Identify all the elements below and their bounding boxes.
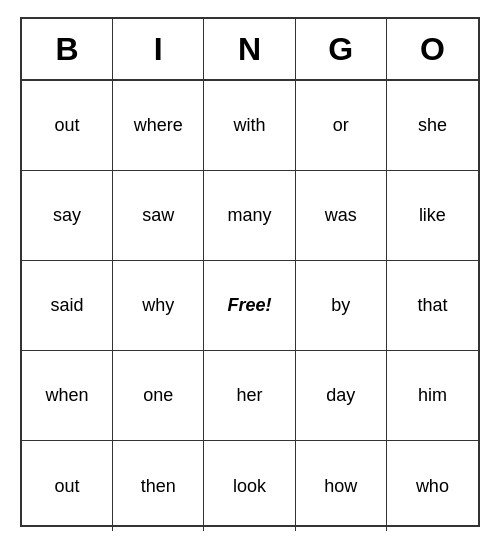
cell-r4-c2: look <box>204 441 295 531</box>
cell-r0-c1: where <box>113 81 204 171</box>
cell-r3-c3: day <box>296 351 387 441</box>
cell-r4-c1: then <box>113 441 204 531</box>
cell-r3-c0: when <box>22 351 113 441</box>
cell-r3-c2: her <box>204 351 295 441</box>
cell-r4-c0: out <box>22 441 113 531</box>
cell-r0-c3: or <box>296 81 387 171</box>
header-letter-b: B <box>22 19 113 79</box>
header-letter-o: O <box>387 19 478 79</box>
cell-r4-c4: who <box>387 441 478 531</box>
bingo-grid: outwherewithorshesaysawmanywaslikesaidwh… <box>22 81 478 531</box>
cell-r2-c2: Free! <box>204 261 295 351</box>
cell-r4-c3: how <box>296 441 387 531</box>
cell-r3-c4: him <box>387 351 478 441</box>
header-letter-g: G <box>296 19 387 79</box>
cell-r2-c4: that <box>387 261 478 351</box>
cell-r3-c1: one <box>113 351 204 441</box>
cell-r1-c3: was <box>296 171 387 261</box>
cell-r0-c0: out <box>22 81 113 171</box>
cell-r0-c2: with <box>204 81 295 171</box>
header-letter-n: N <box>204 19 295 79</box>
cell-r1-c2: many <box>204 171 295 261</box>
bingo-header: BINGO <box>22 19 478 81</box>
cell-r2-c1: why <box>113 261 204 351</box>
cell-r1-c1: saw <box>113 171 204 261</box>
cell-r1-c0: say <box>22 171 113 261</box>
cell-r1-c4: like <box>387 171 478 261</box>
bingo-card: BINGO outwherewithorshesaysawmanywaslike… <box>20 17 480 527</box>
header-letter-i: I <box>113 19 204 79</box>
cell-r2-c3: by <box>296 261 387 351</box>
cell-r0-c4: she <box>387 81 478 171</box>
cell-r2-c0: said <box>22 261 113 351</box>
